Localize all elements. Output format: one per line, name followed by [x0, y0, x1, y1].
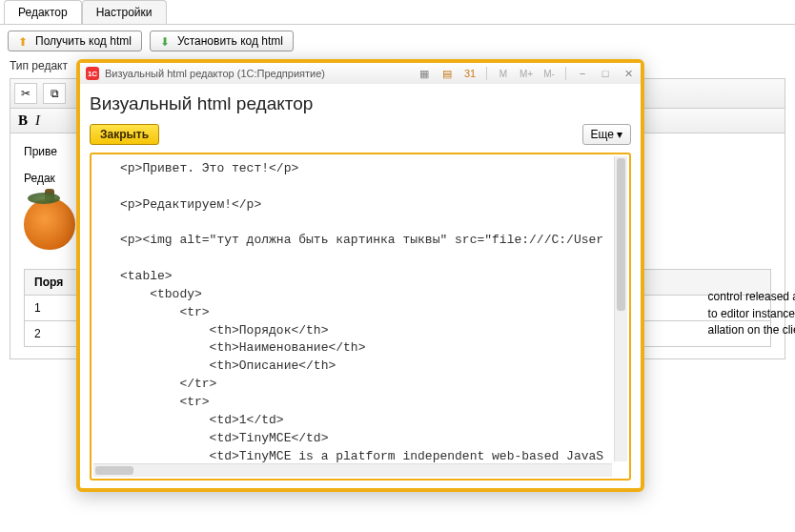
- modal-body: Визуальный html редактор Закрыть Еще ▾ <…: [80, 84, 641, 488]
- get-html-label: Получить код html: [35, 34, 132, 48]
- vertical-scrollbar[interactable]: [614, 156, 627, 461]
- set-html-button[interactable]: ⬇ Установить код html: [150, 31, 294, 51]
- copy-icon[interactable]: ⧉: [43, 83, 66, 104]
- memory-mminus-button[interactable]: M-: [540, 66, 558, 81]
- arrow-down-icon: ⬇: [160, 35, 172, 47]
- tab-settings[interactable]: Настройки: [82, 0, 167, 24]
- code-area[interactable]: <p>Привет. Это тест!</p> <p>Редактируем!…: [90, 153, 631, 481]
- minimize-icon[interactable]: −: [574, 66, 591, 81]
- scrollbar-thumb[interactable]: [617, 158, 625, 311]
- memory-m-button[interactable]: M: [495, 66, 512, 81]
- bg-text-1: control released as open s: [708, 290, 795, 303]
- more-label: Еще: [591, 128, 614, 141]
- calendar-icon[interactable]: 31: [461, 66, 479, 81]
- main-toolbar: Редактор Настройки: [0, 0, 795, 25]
- italic-button[interactable]: I: [35, 113, 40, 129]
- arrow-up-icon: ⬆: [18, 35, 30, 47]
- close-icon[interactable]: ✕: [620, 66, 637, 81]
- chevron-down-icon: ▾: [617, 128, 622, 141]
- tab-editor[interactable]: Редактор: [4, 0, 82, 24]
- get-html-button[interactable]: ⬆ Получить код html: [8, 31, 142, 51]
- set-html-label: Установить код html: [177, 34, 283, 48]
- app-logo-icon: 1C: [86, 67, 99, 80]
- pumpkin-image: [24, 198, 75, 250]
- code-text: <p>Привет. Это тест!</p> <p>Редактируем!…: [92, 154, 629, 479]
- close-button[interactable]: Закрыть: [90, 124, 159, 145]
- horizontal-scrollbar[interactable]: [93, 463, 612, 477]
- modal-actions: Закрыть Еще ▾: [90, 124, 631, 145]
- grid-icon[interactable]: ▦: [416, 66, 433, 81]
- button-bar: ⬆ Получить код html ⬇ Установить код htm…: [0, 25, 795, 57]
- html-editor-modal: 1C Визуальный html редактор (1С:Предприя…: [76, 59, 644, 492]
- bold-button[interactable]: B: [18, 113, 28, 129]
- calc-icon[interactable]: ▤: [438, 66, 456, 81]
- maximize-icon[interactable]: □: [597, 66, 614, 81]
- modal-title: Визуальный html редактор (1С:Предприятие…: [105, 68, 325, 79]
- more-button[interactable]: Еще ▾: [582, 124, 631, 145]
- bg-text-2: to editor instances.: [708, 307, 795, 320]
- cut-icon[interactable]: ✂: [14, 83, 37, 104]
- modal-heading: Визуальный html редактор: [90, 93, 631, 114]
- memory-mplus-button[interactable]: M+: [518, 66, 535, 81]
- scrollbar-thumb[interactable]: [95, 466, 133, 475]
- modal-titlebar[interactable]: 1C Визуальный html редактор (1С:Предприя…: [80, 63, 641, 84]
- bg-text-3: allation on the client comp: [708, 323, 795, 337]
- tabs: Редактор Настройки: [0, 0, 795, 24]
